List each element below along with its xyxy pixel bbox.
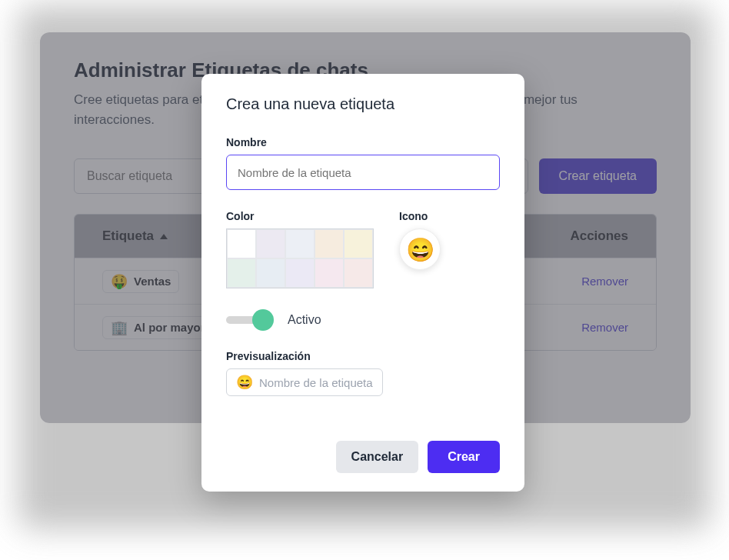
- preview-label: Previsualización: [226, 350, 500, 362]
- color-swatch[interactable]: [285, 258, 315, 288]
- color-swatch[interactable]: [285, 229, 315, 258]
- color-swatch[interactable]: [256, 229, 285, 258]
- color-label: Color: [226, 210, 376, 222]
- color-swatch[interactable]: [227, 258, 256, 288]
- create-tag-modal: Crea una nueva etiqueta Nombre Color Ico…: [201, 74, 524, 492]
- create-button[interactable]: Crear: [428, 441, 500, 473]
- modal-title: Crea una nueva etiqueta: [226, 95, 500, 113]
- icon-picker-button[interactable]: 😄: [399, 228, 441, 270]
- preview-text: Nombre de la etiqueta: [259, 376, 373, 389]
- icon-label: Icono: [399, 210, 441, 222]
- name-label: Nombre: [226, 136, 500, 148]
- wink-face-icon: 😄: [406, 236, 434, 263]
- active-toggle-label: Activo: [288, 313, 321, 327]
- preview-chip: 😄 Nombre de la etiqueta: [226, 368, 383, 396]
- active-toggle[interactable]: [226, 316, 274, 324]
- color-swatch[interactable]: [344, 258, 373, 288]
- color-swatch[interactable]: [344, 229, 373, 258]
- cancel-button[interactable]: Cancelar: [336, 441, 419, 473]
- color-swatch-grid: [226, 228, 374, 288]
- toggle-knob: [252, 309, 274, 331]
- color-swatch[interactable]: [227, 229, 256, 258]
- name-input[interactable]: [226, 155, 500, 190]
- color-swatch[interactable]: [315, 258, 344, 288]
- color-swatch[interactable]: [256, 258, 285, 288]
- color-swatch[interactable]: [315, 229, 344, 258]
- wink-face-icon: 😄: [236, 374, 253, 391]
